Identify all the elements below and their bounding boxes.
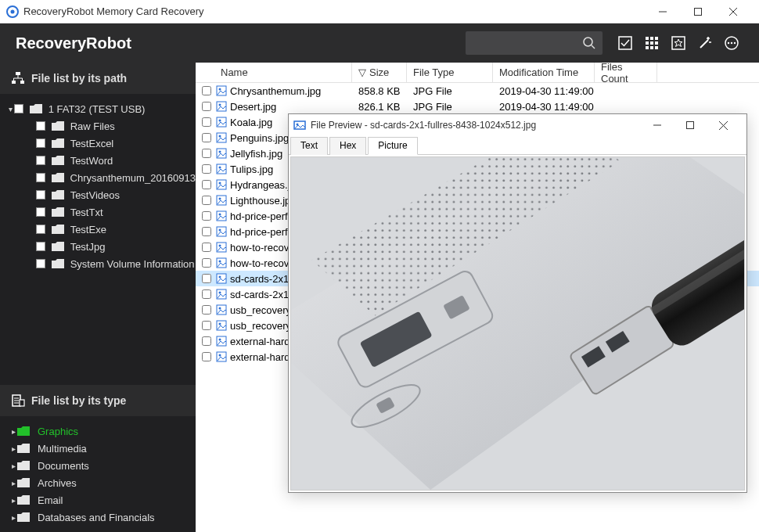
sidebar: File list by its path ▾ 1 FAT32 (TEST US…: [0, 63, 196, 532]
column-size[interactable]: ▽Size: [352, 63, 407, 82]
row-checkbox[interactable]: [202, 274, 211, 283]
svg-point-53: [219, 104, 221, 106]
path-tree: ▾ 1 FAT32 (TEST USB) Raw Files TestExcel…: [0, 94, 196, 279]
svg-point-83: [219, 339, 221, 341]
row-checkbox[interactable]: [202, 86, 211, 95]
row-checkbox[interactable]: [202, 336, 211, 346]
row-checkbox[interactable]: [202, 117, 211, 127]
svg-point-6: [584, 38, 592, 46]
svg-rect-29: [12, 81, 16, 84]
svg-rect-17: [655, 46, 658, 49]
column-name[interactable]: Name: [196, 63, 352, 82]
row-checkbox[interactable]: [202, 196, 211, 205]
svg-rect-38: [37, 156, 45, 165]
row-checkbox[interactable]: [202, 180, 211, 189]
svg-point-57: [219, 135, 221, 138]
type-tree: ▸Graphics▸Multimedia▸Documents▸Archives▸…: [0, 416, 196, 532]
column-count[interactable]: Files Count: [595, 63, 657, 82]
row-checkbox[interactable]: [202, 211, 211, 221]
type-tree-item[interactable]: ▸Documents: [0, 457, 196, 474]
path-tree-item[interactable]: System Volume Information: [0, 255, 196, 272]
path-tree-item[interactable]: TestExe: [0, 221, 196, 238]
type-tree-item[interactable]: ▸Databases and Financials: [0, 509, 196, 526]
search-icon: [582, 36, 596, 50]
maximize-button[interactable]: [682, 0, 718, 23]
preview-title-text: File Preview - sd-cards-2x1-fullres-8438…: [311, 120, 643, 131]
svg-point-65: [219, 198, 221, 200]
minimize-button[interactable]: [647, 0, 682, 23]
more-button[interactable]: [720, 31, 743, 55]
path-panel-title: File list by its path: [31, 72, 127, 84]
path-tree-item[interactable]: TestExcel: [0, 135, 196, 152]
svg-rect-9: [646, 37, 649, 40]
tree-item-label: Archives: [38, 477, 77, 489]
type-tree-item[interactable]: ▸Multimedia: [0, 440, 196, 457]
svg-rect-3: [694, 8, 701, 15]
svg-point-1: [11, 9, 15, 13]
tab-picture[interactable]: Picture: [368, 137, 417, 155]
row-checkbox[interactable]: [202, 243, 211, 252]
preview-close-button[interactable]: [709, 114, 742, 136]
grid-view-button[interactable]: [640, 31, 664, 55]
file-type: JPG File: [407, 85, 493, 97]
sort-desc-icon: ▽: [358, 66, 366, 78]
row-checkbox[interactable]: [202, 352, 211, 361]
search-box[interactable]: [466, 31, 603, 55]
tree-item-label: 1 FAT32 (TEST USB): [49, 103, 146, 115]
svg-point-85: [219, 354, 221, 357]
tree-item-label: Email: [38, 494, 63, 506]
file-row[interactable]: Chrysanthemum.jpg858.8 KBJPG File2019-04…: [196, 83, 759, 99]
tree-item-label: Chrysanthemum_20160913: [70, 172, 196, 184]
path-panel-header: File list by its path: [0, 63, 196, 94]
file-size: 858.8 KB: [352, 85, 407, 97]
svg-point-71: [219, 245, 221, 247]
row-checkbox[interactable]: [202, 321, 211, 330]
preview-minimize-button[interactable]: [643, 114, 676, 136]
svg-rect-30: [20, 81, 24, 84]
close-button[interactable]: [718, 0, 753, 23]
check-all-button[interactable]: [613, 31, 637, 55]
row-checkbox[interactable]: [202, 164, 211, 174]
preview-maximize-button[interactable]: [676, 114, 709, 136]
svg-point-55: [219, 120, 221, 122]
row-checkbox[interactable]: [202, 149, 211, 158]
row-checkbox[interactable]: [202, 305, 211, 315]
type-tree-item[interactable]: ▸Archives: [0, 474, 196, 491]
row-checkbox[interactable]: [202, 289, 211, 299]
svg-rect-42: [37, 225, 45, 234]
row-checkbox[interactable]: [202, 258, 211, 268]
favorites-button[interactable]: [667, 31, 690, 55]
svg-point-67: [219, 214, 221, 216]
column-mtime[interactable]: Modification Time: [493, 63, 595, 82]
path-tree-item[interactable]: TestVideos: [0, 186, 196, 203]
app-icon: [6, 5, 19, 18]
path-tree-item[interactable]: ▾ 1 FAT32 (TEST USB): [0, 100, 196, 117]
type-panel-header: File list by its type: [0, 385, 196, 416]
path-tree-item[interactable]: TestTxt: [0, 203, 196, 221]
path-tree-item[interactable]: Chrysanthemum_20160913: [0, 169, 196, 186]
window-titlebar: RecoveryRobot Memory Card Recovery: [0, 0, 759, 23]
row-checkbox[interactable]: [202, 102, 211, 111]
type-tree-item[interactable]: ▸Email: [0, 491, 196, 509]
tab-hex[interactable]: Hex: [329, 137, 366, 155]
svg-point-77: [219, 292, 221, 294]
type-tree-item[interactable]: ▸Graphics: [0, 422, 196, 440]
svg-rect-39: [36, 174, 45, 182]
brand-label: RecoveryRobot: [16, 34, 466, 52]
tab-text[interactable]: Text: [290, 137, 328, 155]
svg-marker-19: [674, 39, 682, 47]
svg-line-7: [592, 45, 595, 49]
path-tree-item[interactable]: TestJpg: [0, 238, 196, 255]
row-checkbox[interactable]: [202, 227, 211, 236]
file-row[interactable]: Desert.jpg826.1 KBJPG File2019-04-30 11:…: [196, 99, 759, 114]
file-mtime: 2019-04-30 11:49:00: [493, 85, 595, 97]
path-tree-item[interactable]: Raw Files: [0, 117, 196, 135]
wand-button[interactable]: [693, 31, 717, 55]
path-tree-item[interactable]: TestWord: [0, 152, 196, 169]
row-checkbox[interactable]: [202, 133, 211, 142]
list-icon: [11, 394, 25, 408]
file-preview-window: File Preview - sd-cards-2x1-fullres-8438…: [288, 113, 747, 493]
svg-point-61: [219, 167, 221, 169]
column-type[interactable]: File Type: [407, 63, 493, 82]
svg-rect-28: [16, 72, 20, 75]
